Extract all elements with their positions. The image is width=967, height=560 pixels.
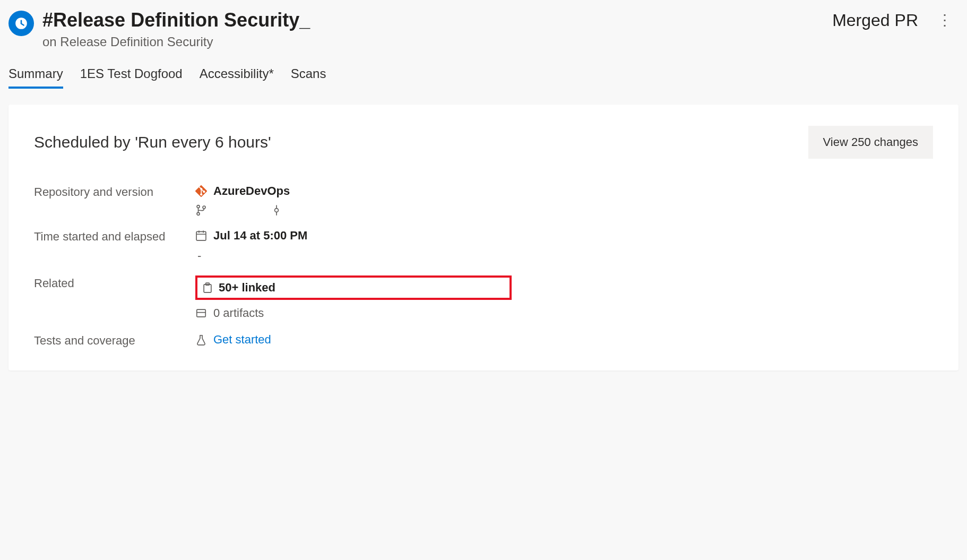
time-started-text: Jul 14 at 5:00 PM — [213, 229, 307, 243]
related-value: 50+ linked 0 artifacts — [195, 275, 512, 320]
tab-1es-test-dogfood[interactable]: 1ES Test Dogfood — [80, 62, 183, 88]
tests-coverage-label: Tests and coverage — [34, 333, 183, 349]
artifacts-row[interactable]: 0 artifacts — [195, 306, 512, 320]
svg-point-1 — [197, 213, 200, 216]
summary-card: Scheduled by 'Run every 6 hours' View 25… — [8, 105, 959, 371]
status-in-progress-icon — [8, 11, 34, 36]
tests-coverage-value: Get started — [195, 333, 512, 349]
calendar-icon — [195, 230, 207, 242]
linked-items-highlight: 50+ linked — [195, 275, 512, 300]
tab-bar: Summary 1ES Test Dogfood Accessibility* … — [8, 62, 959, 88]
commit-icon[interactable] — [271, 204, 282, 216]
repo-name: AzureDevOps — [213, 184, 290, 198]
page-header: #Release Definition Security_ on Release… — [8, 8, 959, 49]
header-right: Merged PR ⋮ — [832, 8, 959, 32]
artifacts-text: 0 artifacts — [213, 306, 264, 320]
pipeline-subtitle: on Release Definition Security — [42, 35, 310, 49]
flask-icon — [195, 334, 207, 346]
linked-items-link[interactable]: 50+ linked — [219, 281, 275, 295]
branch-icon[interactable] — [195, 204, 207, 216]
branch-commit-row — [195, 204, 512, 216]
svg-rect-4 — [196, 232, 206, 241]
tab-scans[interactable]: Scans — [291, 62, 326, 88]
artifact-icon — [195, 307, 207, 319]
related-label: Related — [34, 275, 183, 320]
time-value: Jul 14 at 5:00 PM - — [195, 229, 512, 263]
card-header: Scheduled by 'Run every 6 hours' View 25… — [34, 126, 933, 159]
repo-row[interactable]: AzureDevOps — [195, 184, 512, 198]
time-row: Jul 14 at 5:00 PM — [195, 229, 512, 243]
repo-version-label: Repository and version — [34, 184, 183, 216]
details-grid: Repository and version AzureDevOps Time … — [34, 184, 512, 349]
tab-accessibility[interactable]: Accessibility* — [200, 62, 274, 88]
repo-version-value: AzureDevOps — [195, 184, 512, 216]
svg-point-2 — [203, 206, 205, 209]
page-title: #Release Definition Security_ — [42, 8, 310, 31]
time-label: Time started and elapsed — [34, 229, 183, 263]
elapsed-placeholder: - — [195, 249, 512, 263]
svg-point-0 — [197, 205, 200, 208]
svg-point-3 — [275, 209, 279, 212]
more-actions-button[interactable]: ⋮ — [931, 8, 959, 32]
tab-summary[interactable]: Summary — [8, 62, 63, 88]
tests-row: Get started — [195, 333, 512, 347]
svg-rect-5 — [204, 285, 211, 292]
title-block: #Release Definition Security_ on Release… — [42, 8, 310, 49]
work-item-icon — [202, 282, 213, 294]
header-left: #Release Definition Security_ on Release… — [8, 8, 310, 49]
scheduled-by-text: Scheduled by 'Run every 6 hours' — [34, 133, 271, 151]
svg-rect-7 — [197, 309, 206, 317]
view-changes-button[interactable]: View 250 changes — [808, 126, 933, 159]
get-started-link[interactable]: Get started — [213, 333, 271, 347]
git-repo-icon — [195, 185, 207, 197]
merged-pr-label: Merged PR — [832, 11, 918, 30]
